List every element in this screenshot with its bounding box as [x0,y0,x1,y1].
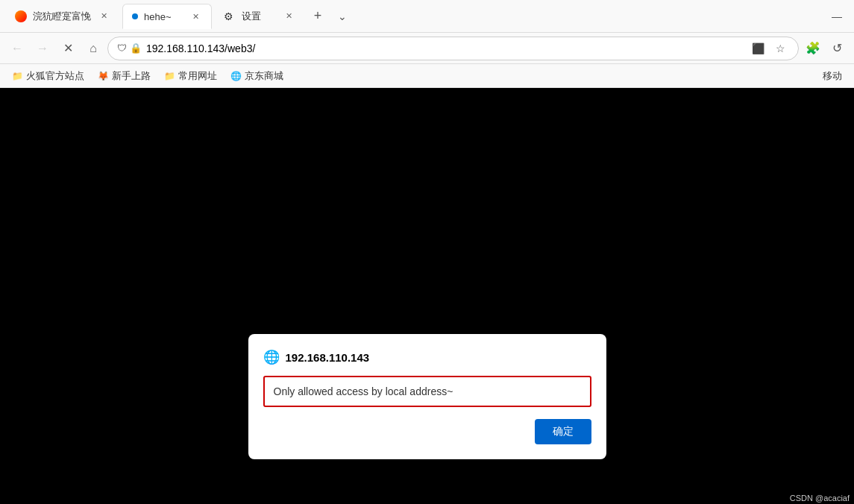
minimize-button[interactable]: — [826,5,848,28]
new-tab-button[interactable]: + [307,6,328,27]
address-bar[interactable]: 🛡 🔒 ⬛ ☆ [107,37,799,60]
reload-button[interactable]: ↺ [826,37,848,60]
bookmark-folder-icon-1: 📁 [12,71,23,81]
nav-actions: 🧩 ↺ [802,37,848,60]
browser-window: 浣犺瞪寔富悗 ✕ hehe~ ✕ ⚙ 设置 ✕ + ⌄ — ← → ✕ ⌂ 🛡 … [0,0,854,504]
tab-2-label: hehe~ [144,11,183,22]
bookmark-getting-started[interactable]: 🦊 新手上路 [92,68,157,84]
tab-1-close[interactable]: ✕ [97,10,110,23]
dialog-header: 🌐 192.168.110.143 [263,349,591,365]
address-security-icons: 🛡 🔒 [117,42,142,54]
bookmarks-bar: 📁 火狐官方站点 🦊 新手上路 📁 常用网址 🌐 京东商城 移动 [0,64,854,88]
alert-dialog: 🌐 192.168.110.143 Only allowed access by… [248,334,606,459]
attribution-text: CSDN @acaciaf [785,492,854,504]
tab-3-label: 设置 [242,10,276,23]
bookmark-official-site[interactable]: 📁 火狐官方站点 [6,68,90,84]
dialog-title: 192.168.110.143 [286,351,370,364]
tab-2[interactable]: hehe~ ✕ [122,4,212,29]
tab-1-favicon [15,10,27,22]
address-input[interactable] [146,42,744,54]
bookmark-label-1: 火狐官方站点 [26,69,84,83]
bookmark-firefox-icon: 🦊 [98,71,109,81]
address-action-buttons: ⬛ ☆ [749,40,789,57]
bookmark-jd[interactable]: 🌐 京东商城 [225,68,289,84]
dialog-message-box: Only allowed access by local address~ [263,376,591,407]
title-bar: 浣犺瞪寔富悗 ✕ hehe~ ✕ ⚙ 设置 ✕ + ⌄ — [0,0,854,33]
bookmark-label-4: 京东商城 [245,69,283,83]
bookmark-label-2: 新手上路 [112,69,151,83]
dialog-footer: 确定 [263,419,591,444]
bookmark-common-sites[interactable]: 📁 常用网址 [158,68,223,84]
bookmark-star-button[interactable]: ☆ [771,40,789,57]
extension-button[interactable]: 🧩 [802,37,824,60]
page-content: 🌐 192.168.110.143 Only allowed access by… [0,88,854,504]
stop-button[interactable]: ✕ [57,37,79,60]
dropdown-button[interactable]: ⌄ [331,5,354,28]
qr-button[interactable]: ⬛ [749,40,767,57]
lock-icon: 🔒 [130,42,142,54]
dialog-ok-button[interactable]: 确定 [535,419,591,444]
tab-3-favicon: ⚙ [224,10,236,22]
tab-3[interactable]: ⚙ 设置 ✕ [215,4,304,29]
nav-bar: ← → ✕ ⌂ 🛡 🔒 ⬛ ☆ 🧩 ↺ [0,33,854,64]
shield-icon: 🛡 [117,42,127,54]
tab-2-loading [132,13,138,19]
forward-button[interactable]: → [31,37,54,60]
home-button[interactable]: ⌂ [82,37,104,60]
tab-2-close[interactable]: ✕ [189,10,202,23]
tab-1-label: 浣犺瞪寔富悗 [33,10,91,23]
bookmark-label-3: 常用网址 [178,69,217,83]
dialog-globe-icon: 🌐 [263,349,280,365]
tab-3-close[interactable]: ✕ [282,10,295,23]
bookmarks-mobile-button[interactable]: 移动 [817,68,848,84]
dialog-overlay: 🌐 192.168.110.143 Only allowed access by… [0,88,854,504]
back-button[interactable]: ← [6,37,28,60]
tab-1[interactable]: 浣犺瞪寔富悗 ✕ [6,4,119,29]
dialog-message: Only allowed access by local address~ [274,385,453,397]
bookmark-folder-icon-2: 📁 [164,71,175,81]
bookmark-globe-icon: 🌐 [230,71,242,81]
